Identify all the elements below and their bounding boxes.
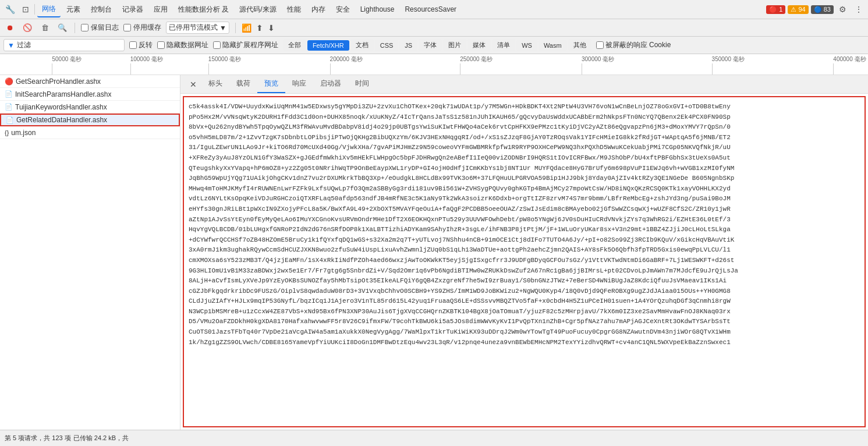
tab-resources-saver[interactable]: ResourcesSaver	[400, 3, 461, 16]
tab-elements[interactable]: 元素	[62, 2, 85, 17]
tab-preview[interactable]: 预览	[257, 75, 285, 93]
network-file-list: 🔴 GetSearchProHandler.ashx 📄 InitSearchP…	[0, 75, 180, 430]
top-toolbar: 🔧 ⊡ 网络 元素 控制台 记录器 应用 性能数据分析 及 源代码/来源 性能 …	[0, 0, 868, 19]
disable-cache-input[interactable]	[123, 24, 131, 31]
tick-line-250k	[460, 63, 460, 75]
list-item[interactable]: 📄 InitSearchParamsHandler.ashx	[0, 88, 180, 101]
type-btn-font[interactable]: 字体	[419, 39, 442, 51]
filter-icon: ▼	[8, 41, 15, 49]
close-detail-button[interactable]: ✕	[185, 77, 201, 91]
wifi-icon: 📶	[242, 23, 251, 33]
detail-tabs: ✕ 标头 载荷 预览 响应 启动器 时间	[180, 75, 868, 94]
tab-lighthouse[interactable]: Lighthouse	[356, 3, 399, 16]
error-count-badge[interactable]: 🔴 1	[766, 5, 785, 14]
tab-security[interactable]: 安全	[331, 2, 355, 17]
tab-payload[interactable]: 载荷	[229, 75, 257, 93]
type-btn-other[interactable]: 其他	[568, 39, 591, 51]
tick-line-50k	[52, 63, 52, 75]
disable-cache-checkbox[interactable]: 停用缓存	[123, 23, 161, 33]
tab-timing[interactable]: 时间	[348, 75, 376, 93]
hide-data-urls-checkbox[interactable]: 隐藏数据网址	[157, 40, 208, 50]
throttle-select[interactable]: 已停用节流模式 ▼	[166, 22, 229, 34]
sep3	[235, 23, 236, 33]
info-count-badge[interactable]: 🔵 83	[811, 5, 834, 14]
tick-300k: 300000 毫秒	[582, 55, 614, 63]
tab-console[interactable]: 控制台	[86, 2, 116, 17]
tab-application[interactable]: 应用	[149, 2, 172, 17]
settings-icon[interactable]: ⚙	[836, 2, 849, 16]
type-btn-wasm[interactable]: Wasm	[538, 40, 567, 51]
type-btn-img[interactable]: 图片	[443, 39, 466, 51]
tick-line-150k	[208, 63, 209, 75]
list-item[interactable]: {} um.json	[0, 126, 180, 139]
type-btn-fetch-xhr[interactable]: Fetch/XHR	[307, 40, 349, 51]
devtools-icon[interactable]: 🔧	[2, 2, 18, 16]
import-icon[interactable]: ⬆	[256, 23, 263, 33]
main-content: 🔴 GetSearchProHandler.ashx 📄 InitSearchP…	[0, 75, 868, 430]
hide-data-urls-input[interactable]	[157, 41, 165, 49]
type-btn-ws[interactable]: WS	[516, 40, 537, 51]
filter-input-container[interactable]: ▼ 过滤	[3, 39, 125, 51]
type-btn-media[interactable]: 媒体	[467, 39, 491, 51]
blocked-cookies-input[interactable]	[596, 41, 604, 49]
response-preview-area[interactable]: c5k4assk4I/VDW+UuydxKwiUqMnM41w5EDxwsy5g…	[183, 96, 866, 427]
tab-memory[interactable]: 内存	[307, 2, 330, 17]
preserve-log-input[interactable]	[81, 24, 88, 31]
export-icon[interactable]: ⬇	[268, 23, 275, 33]
panel-icon[interactable]: ⊡	[19, 2, 32, 16]
sep2	[75, 23, 75, 33]
file-icon: {}	[5, 129, 9, 136]
more-icon[interactable]: ⋮	[852, 2, 866, 16]
tab-headers[interactable]: 标头	[201, 75, 229, 93]
tab-initiator[interactable]: 启动器	[313, 75, 348, 93]
filter-label-text: 过滤	[17, 40, 31, 50]
tick-250k: 250000 毫秒	[460, 55, 493, 63]
file-name-label: GetSearchProHandler.ashx	[16, 77, 101, 86]
type-btn-manifest[interactable]: 清单	[492, 39, 515, 51]
tab-performance[interactable]: 性能	[282, 2, 306, 17]
search-button[interactable]: 🔍	[56, 22, 69, 34]
tick-350k: 350000 毫秒	[712, 55, 745, 63]
tab-response[interactable]: 响应	[285, 75, 313, 93]
type-btn-css[interactable]: CSS	[375, 40, 399, 51]
reverse-input[interactable]	[129, 41, 137, 49]
tick-line-400k	[833, 63, 834, 75]
list-item-selected[interactable]: 📄 GetRelatedDataHandler.ashx	[0, 114, 180, 126]
type-btn-js[interactable]: JS	[399, 40, 417, 51]
requests-status: 第 5 项请求，共 123 项	[5, 434, 71, 443]
tick-100k: 100000 毫秒	[130, 55, 163, 63]
file-name-label: GetRelatedDataHandler.ashx	[16, 116, 107, 124]
hide-extension-urls-input[interactable]	[213, 41, 221, 49]
file-name-label: TuijianKeywordsHandler.ashx	[15, 103, 107, 111]
preserve-log-checkbox[interactable]: 保留日志	[81, 23, 119, 33]
network-toolbar: ⏺ 🚫 🗑 🔍 保留日志 停用缓存 已停用节流模式 ▼ 📶 ⬆ ⬇	[0, 19, 868, 37]
tick-50k: 50000 毫秒	[52, 55, 82, 63]
reverse-checkbox[interactable]: 反转	[129, 40, 153, 50]
tick-150k: 150000 毫秒	[208, 55, 241, 63]
warning-count-badge[interactable]: ⚠ 94	[788, 5, 808, 14]
tab-perf-analysis[interactable]: 性能数据分析 及	[173, 2, 233, 17]
file-icon: 📄	[5, 90, 13, 98]
hide-extension-urls-checkbox[interactable]: 隐藏扩展程序网址	[213, 40, 278, 50]
type-btn-all[interactable]: 全部	[283, 39, 306, 51]
type-filter-group: 全部 Fetch/XHR 文档 CSS JS 字体 图片 媒体 清单 WS Wa…	[283, 39, 591, 51]
timeline-bar: 50000 毫秒 100000 毫秒 150000 毫秒 200000 毫秒 2…	[0, 54, 868, 75]
transferred-status: 已传输 24.2 kB，共	[73, 434, 129, 443]
error-icon: 🔴	[5, 77, 13, 86]
list-item[interactable]: 📄 TuijianKeywordsHandler.ashx	[0, 101, 180, 114]
filter-toolbar: ▼ 过滤 反转 隐藏数据网址 隐藏扩展程序网址 全部 Fetch/XHR 文档 …	[0, 37, 868, 54]
filter-input[interactable]	[33, 41, 121, 49]
tab-recorder[interactable]: 记录器	[118, 2, 148, 17]
type-btn-doc[interactable]: 文档	[350, 39, 374, 51]
tab-network[interactable]: 网络	[37, 2, 61, 17]
blocked-cookies-checkbox[interactable]: 被屏蔽的响应 Cookie	[596, 40, 671, 50]
file-name-label: InitSearchParamsHandler.ashx	[15, 90, 111, 98]
stop-button[interactable]: 🚫	[21, 22, 34, 34]
tick-400k: 400000 毫秒	[833, 55, 866, 63]
file-icon: 📄	[6, 116, 14, 124]
clear-button[interactable]: 🗑	[38, 22, 51, 34]
tab-sources[interactable]: 源代码/来源	[235, 2, 281, 17]
record-button[interactable]: ⏺	[3, 22, 16, 34]
list-item[interactable]: 🔴 GetSearchProHandler.ashx	[0, 75, 180, 88]
status-bar: 第 5 项请求，共 123 项 已传输 24.2 kB，共	[0, 430, 868, 446]
